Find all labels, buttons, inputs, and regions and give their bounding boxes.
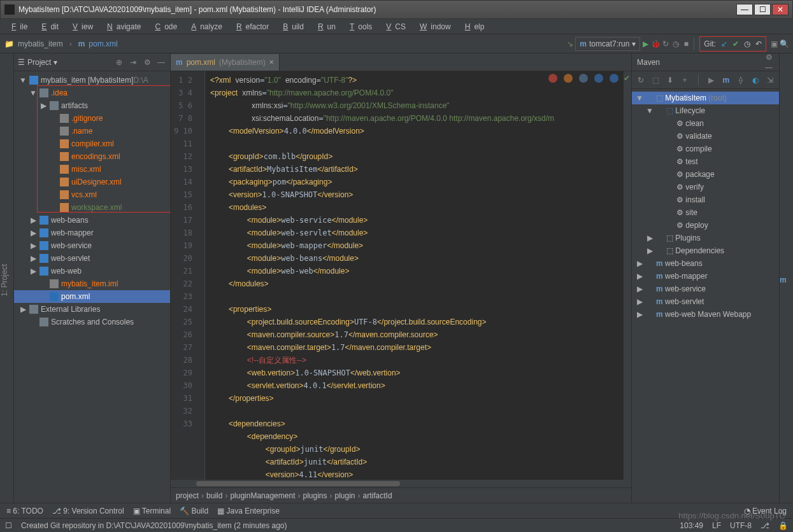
ie-icon[interactable] xyxy=(594,74,603,83)
close-button[interactable]: ✕ xyxy=(772,4,789,15)
crumb-project[interactable]: project xyxy=(176,491,199,500)
menu-refactor[interactable]: Refactor xyxy=(229,21,273,32)
chevron-down-icon[interactable]: ▾ xyxy=(54,58,57,67)
terminal-tab[interactable]: ▣ Terminal xyxy=(133,507,171,515)
tree-node-mybatis-item[interactable]: ▼mybatis_item [MybatisItem] D:\A xyxy=(14,74,170,87)
tree-node-misc-xml[interactable]: misc.xml xyxy=(14,163,170,176)
git-branch[interactable]: ⎇ xyxy=(761,521,769,530)
close-icon[interactable]: × xyxy=(269,58,274,67)
menu-code[interactable]: Code xyxy=(147,21,181,32)
tree-node-web-mapper[interactable]: ▶web-mapper xyxy=(14,227,170,239)
crumb-pluginManagement[interactable]: pluginManagement xyxy=(230,491,295,500)
tree-node-web-web[interactable]: ▶web-web xyxy=(14,265,170,277)
generate-icon[interactable]: ⬚ xyxy=(652,75,660,85)
tree-node-external-libraries[interactable]: ▶External Libraries xyxy=(14,303,170,316)
maven-node--span-style-color-699ad1-font-weight-bold-m-span-web-web-maven-webapp[interactable]: ▶m web-web Maven Webapp xyxy=(632,308,779,321)
search-icon[interactable]: 🔍 xyxy=(779,39,789,49)
chrome-icon[interactable] xyxy=(548,74,557,83)
run-icon[interactable]: ▶ xyxy=(707,75,715,85)
tree-node-encodings-xml[interactable]: encodings.xml xyxy=(14,150,170,163)
maximize-button[interactable]: ☐ xyxy=(754,4,771,15)
menu-file[interactable]: File xyxy=(4,21,31,32)
maven-node--install[interactable]: ⚙ install xyxy=(632,193,779,206)
crumb-plugins[interactable]: plugins xyxy=(303,491,327,500)
maven-node--test[interactable]: ⚙ test xyxy=(632,155,779,168)
tree-node-vcs-xml[interactable]: vcs.xml xyxy=(14,188,170,201)
crumb-plugin[interactable]: plugin xyxy=(335,491,355,500)
maven-node--dependencies[interactable]: ▶⬚ Dependencies xyxy=(632,244,779,257)
maven-node--validate[interactable]: ⚙ validate xyxy=(632,130,779,143)
crumb-file[interactable]: pom.xml xyxy=(89,39,117,48)
caret-position[interactable]: 103:49 xyxy=(680,521,703,530)
tree-node--gitignore[interactable]: .gitignore xyxy=(14,112,170,125)
coverage-icon[interactable]: ↻ xyxy=(661,39,671,49)
run-config-selector[interactable]: m tomcat7:run ▾ xyxy=(575,37,640,51)
menu-window[interactable]: Window xyxy=(412,21,455,32)
crumb-artifactId[interactable]: artifactId xyxy=(363,491,392,500)
run-icon[interactable]: ▶ xyxy=(640,39,650,49)
left-tab-project[interactable]: 1: Project xyxy=(0,262,9,299)
maven-node--span-style-color-699ad1-font-weight-bold-m-span-web-mapper[interactable]: ▶m web-mapper xyxy=(632,270,779,283)
tab-pom[interactable]: m pom.xml (MybatisItem) × xyxy=(171,54,280,71)
code-area[interactable]: 1 2 3 4 5 6 7 8 9 10 11 12 13 14 15 16 1… xyxy=(171,71,631,480)
code-content[interactable]: <?xml version="1.0" encoding="UTF-8"?> <… xyxy=(205,71,624,480)
menu-vcs[interactable]: VCS xyxy=(378,21,410,32)
gear-icon[interactable]: ⚙ xyxy=(142,57,152,67)
crumb-project[interactable]: mybatis_item xyxy=(18,39,63,48)
tree-node--name[interactable]: .name xyxy=(14,125,170,137)
gear-icon[interactable]: ⚙ xyxy=(764,52,774,62)
menu-build[interactable]: Build xyxy=(275,21,308,32)
maven-tree[interactable]: ▼⬚ MybatisItem (root)▼⬚ Lifecycle⚙ clean… xyxy=(632,89,779,503)
event-log-tab[interactable]: ◔ Event Log xyxy=(744,507,787,515)
maven-node--span-style-color-3b7fc4-span-lifecycle[interactable]: ▼⬚ Lifecycle xyxy=(632,104,779,117)
tree-node-workspace-xml[interactable]: workspace.xml xyxy=(14,201,170,214)
tree-node-scratches-and-consoles[interactable]: Scratches and Consoles xyxy=(14,316,170,328)
git-history-icon[interactable]: ◷ xyxy=(744,39,750,48)
edge-icon[interactable] xyxy=(610,74,618,83)
safari-icon[interactable] xyxy=(579,74,588,83)
editor-breadcrumbs[interactable]: project › build › pluginManagement › plu… xyxy=(171,487,631,503)
expand-icon[interactable]: ⇲ xyxy=(766,75,774,85)
line-separator[interactable]: LF xyxy=(712,521,721,530)
locate-icon[interactable]: ⊕ xyxy=(114,57,124,67)
tree-node-mybatis-item-iml[interactable]: mybatis_item.iml xyxy=(14,277,170,290)
fold-gutter[interactable] xyxy=(196,71,205,480)
menu-help[interactable]: Help xyxy=(457,21,489,32)
menu-analyze[interactable]: Analyze xyxy=(183,21,226,32)
project-tree[interactable]: ▼mybatis_item [MybatisItem] D:\A▼.idea▶a… xyxy=(14,71,170,503)
maven-node--span-style-color-699ad1-font-weight-bold-m-span-web-service[interactable]: ▶m web-service xyxy=(632,283,779,295)
build-icon[interactable]: ↘ xyxy=(565,39,575,49)
menu-run[interactable]: Run xyxy=(310,21,339,32)
java-ee-tab[interactable]: ▦ Java Enterprise xyxy=(217,507,280,515)
collapse-icon[interactable]: ⇥ xyxy=(128,57,138,67)
download-icon[interactable]: ⬇ xyxy=(666,75,675,85)
git-commit-icon[interactable]: ✔ xyxy=(732,39,739,48)
tree-node-compiler-xml[interactable]: compiler.xml xyxy=(14,137,170,150)
debug-icon[interactable]: 🐞 xyxy=(650,39,661,49)
minimize-button[interactable]: — xyxy=(736,4,753,15)
build-tab[interactable]: 🔨 Build xyxy=(180,507,208,515)
tree-node-web-beans[interactable]: ▶web-beans xyxy=(14,214,170,227)
git-update-icon[interactable]: ↙ xyxy=(721,39,727,48)
git-revert-icon[interactable]: ↶ xyxy=(755,39,762,48)
project-structure-icon[interactable]: ▣ xyxy=(769,39,779,49)
toggle-icon[interactable]: ⟠ xyxy=(736,75,745,85)
lock-icon[interactable]: 🔒 xyxy=(778,521,788,530)
error-stripe[interactable]: ✔ xyxy=(624,71,631,480)
offline-icon[interactable]: ◐ xyxy=(751,75,759,85)
maven-node--span-style-color-9aa7b0-span-mybatisitem-span-style-color-888-root-span-[interactable]: ▼⬚ MybatisItem (root) xyxy=(632,92,779,104)
horizontal-scrollbar[interactable] xyxy=(171,480,631,487)
add-icon[interactable]: ＋ xyxy=(681,75,689,85)
maven-node--clean[interactable]: ⚙ clean xyxy=(632,117,779,130)
tree-node-artifacts[interactable]: ▶artifacts xyxy=(14,99,170,112)
status-icon[interactable]: ☐ xyxy=(5,521,12,530)
maven-node--package[interactable]: ⚙ package xyxy=(632,168,779,181)
menu-view[interactable]: View xyxy=(65,21,97,32)
menu-edit[interactable]: Edit xyxy=(34,21,62,32)
maven-node--site[interactable]: ⚙ site xyxy=(632,206,779,219)
firefox-icon[interactable] xyxy=(564,74,573,83)
maven-node--verify[interactable]: ⚙ verify xyxy=(632,181,779,193)
profile-icon[interactable]: ◷ xyxy=(671,39,681,49)
todo-tab[interactable]: ≡ 6: TODO xyxy=(6,507,43,515)
stop-icon[interactable]: ■ xyxy=(681,39,691,49)
